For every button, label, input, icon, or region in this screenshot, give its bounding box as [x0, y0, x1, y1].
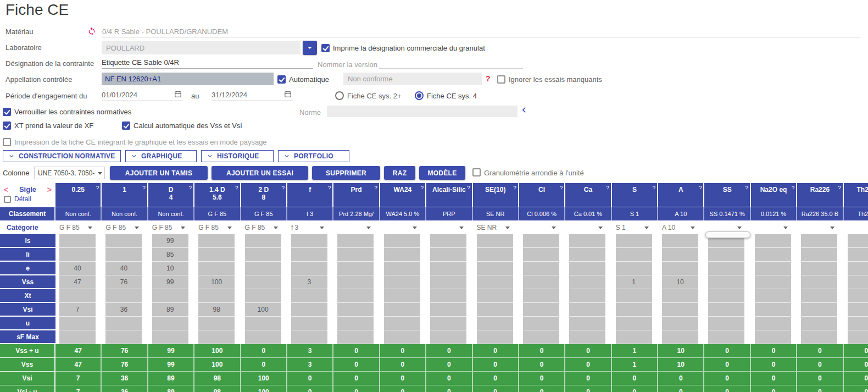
data-cell[interactable]	[105, 330, 142, 344]
data-cell[interactable]	[708, 262, 744, 275]
data-cell[interactable]: 10	[662, 275, 698, 289]
data-cell[interactable]	[616, 317, 652, 330]
data-cell[interactable]	[152, 330, 188, 344]
section-graphique[interactable]: GRAPHIQUE	[125, 150, 197, 162]
data-cell[interactable]	[569, 317, 605, 330]
section-portfolio[interactable]: PORTFOLIO	[278, 150, 349, 162]
data-cell[interactable]	[662, 317, 698, 330]
categorie-select[interactable]: G F 85	[242, 222, 280, 233]
data-cell[interactable]	[105, 248, 142, 262]
data-cell[interactable]	[801, 317, 837, 330]
data-cell[interactable]	[245, 330, 281, 344]
column-help-icon[interactable]: ?	[560, 185, 563, 191]
data-cell[interactable]	[59, 317, 96, 330]
column-help-icon[interactable]: ?	[745, 185, 748, 191]
data-cell[interactable]	[384, 275, 420, 289]
data-cell[interactable]: 36	[105, 303, 142, 317]
data-cell[interactable]	[801, 330, 837, 344]
data-cell[interactable]	[430, 317, 466, 330]
data-cell[interactable]	[569, 234, 605, 248]
data-cell[interactable]	[291, 234, 327, 248]
categorie-select[interactable]	[798, 222, 836, 233]
data-cell[interactable]	[245, 234, 281, 248]
categorie-select[interactable]: G F 85	[149, 222, 187, 233]
data-cell[interactable]	[337, 262, 374, 275]
data-cell[interactable]: 98	[198, 303, 235, 317]
data-cell[interactable]: 100	[198, 275, 235, 289]
data-cell[interactable]	[848, 262, 868, 275]
xt-checkbox[interactable]	[3, 122, 11, 130]
data-cell[interactable]	[245, 317, 281, 330]
data-cell[interactable]	[523, 330, 559, 344]
data-cell[interactable]	[801, 303, 837, 317]
data-cell[interactable]	[848, 289, 868, 303]
data-cell[interactable]	[384, 289, 420, 303]
data-cell[interactable]: 40	[59, 262, 96, 275]
appellation-field[interactable]: NF EN 12620+A1	[102, 73, 274, 85]
data-cell[interactable]	[291, 317, 327, 330]
column-help-icon[interactable]: ?	[142, 185, 146, 191]
data-cell[interactable]	[801, 289, 837, 303]
nommer-version-field[interactable]	[379, 57, 523, 69]
data-cell[interactable]	[523, 289, 559, 303]
ajouter-essai-button[interactable]: AJOUTER UN ESSAI	[212, 166, 308, 180]
detail-checkbox[interactable]	[4, 196, 11, 203]
data-cell[interactable]	[337, 234, 374, 248]
fiche-sys2-radio[interactable]	[335, 91, 344, 100]
categorie-select[interactable]: SE NR	[474, 222, 512, 233]
data-cell[interactable]	[848, 330, 868, 344]
data-cell[interactable]	[291, 330, 327, 344]
data-cell[interactable]	[616, 303, 652, 317]
data-cell[interactable]	[430, 234, 466, 248]
designation-field[interactable]: Etiquette CE Sable 0/4R	[102, 57, 313, 69]
column-help-icon[interactable]: ?	[606, 185, 609, 191]
data-cell[interactable]	[708, 275, 744, 289]
imprime-checkbox[interactable]	[321, 44, 330, 52]
data-cell[interactable]	[384, 234, 420, 248]
fiche-sys4-radio[interactable]	[415, 91, 424, 100]
data-cell[interactable]	[569, 275, 605, 289]
data-cell[interactable]	[801, 275, 837, 289]
categorie-select[interactable]	[752, 222, 790, 233]
data-cell[interactable]	[755, 317, 791, 330]
data-cell[interactable]	[708, 303, 744, 317]
column-help-icon[interactable]: ?	[421, 185, 424, 191]
data-cell[interactable]	[848, 275, 868, 289]
column-help-icon[interactable]: ?	[189, 185, 192, 191]
date-au-field[interactable]: 31/12/2024	[212, 89, 293, 101]
data-cell[interactable]	[291, 303, 327, 317]
data-cell[interactable]	[105, 317, 142, 330]
data-cell[interactable]: 7	[59, 303, 96, 317]
categorie-select[interactable]	[334, 222, 372, 233]
data-cell[interactable]	[569, 330, 605, 344]
data-cell[interactable]: 99	[152, 275, 188, 289]
data-cell[interactable]	[616, 289, 652, 303]
data-cell[interactable]	[755, 248, 791, 262]
categorie-select[interactable]: G F 85	[195, 222, 233, 233]
data-cell[interactable]	[430, 303, 466, 317]
data-cell[interactable]	[523, 234, 559, 248]
categorie-select[interactable]: G F 85	[102, 222, 141, 233]
calendar-icon[interactable]	[174, 90, 182, 100]
categorie-select[interactable]	[566, 222, 604, 233]
data-cell[interactable]: 85	[152, 248, 188, 262]
data-cell[interactable]	[337, 275, 374, 289]
categorie-select[interactable]: S 1	[613, 222, 651, 233]
column-help-icon[interactable]: ?	[653, 185, 656, 191]
data-cell[interactable]	[337, 330, 374, 344]
data-cell[interactable]	[662, 289, 698, 303]
column-help-icon[interactable]: ?	[513, 185, 516, 191]
data-cell[interactable]	[430, 289, 466, 303]
data-cell[interactable]	[198, 330, 235, 344]
data-cell[interactable]: 76	[105, 275, 142, 289]
data-cell[interactable]	[384, 262, 420, 275]
previous-column-arrow[interactable]: <	[4, 186, 8, 194]
section-construction-normative[interactable]: CONSTRUCTION NORMATIVE	[3, 150, 121, 162]
data-cell[interactable]	[384, 248, 420, 262]
categorie-select[interactable]	[427, 222, 465, 233]
data-cell[interactable]	[616, 234, 652, 248]
column-help-icon[interactable]: ?	[467, 185, 470, 191]
ajouter-tamis-button[interactable]: AJOUTER UN TAMIS	[110, 166, 208, 180]
data-cell[interactable]: 10	[152, 262, 188, 275]
data-cell[interactable]	[848, 317, 868, 330]
